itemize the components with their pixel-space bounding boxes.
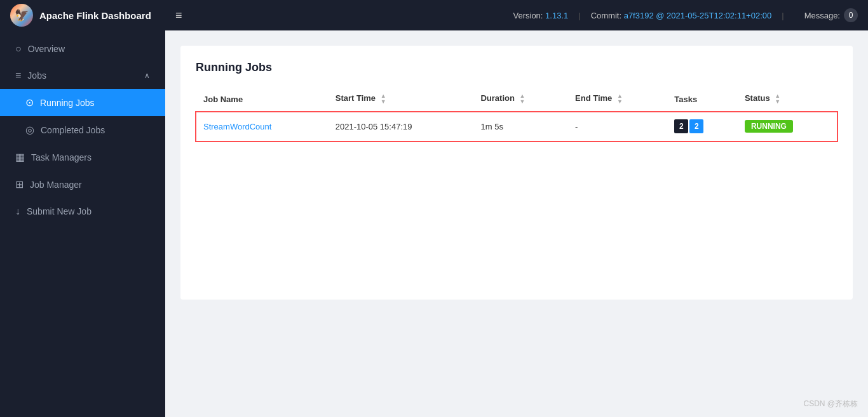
sep2: | (782, 11, 783, 20)
topbar-right: Version: 1.13.1 | Commit: a7f3192 @ 2021… (195, 8, 858, 22)
brand-name: Apache Flink Dashboard (39, 10, 151, 21)
cell-tasks: 2 2 (667, 112, 737, 142)
sidebar-item-label: Completed Jobs (41, 125, 150, 135)
message-badge[interactable]: 0 (844, 8, 858, 22)
job-manager-icon: ⊞ (15, 178, 24, 190)
layout: ○ Overview ≡ Jobs ∧ ⊙ Running Jobs ◎ Com… (0, 30, 868, 417)
completed-jobs-icon: ◎ (25, 124, 34, 136)
sidebar: ○ Overview ≡ Jobs ∧ ⊙ Running Jobs ◎ Com… (0, 30, 165, 417)
col-tasks: Tasks (667, 87, 737, 112)
sidebar-item-job-manager[interactable]: ⊞ Job Manager (0, 171, 165, 198)
brand: 🦅 Apache Flink Dashboard (10, 4, 175, 27)
sidebar-item-task-managers[interactable]: ▦ Task Managers (0, 143, 165, 171)
jobs-submenu: ⊙ Running Jobs ◎ Completed Jobs (0, 89, 165, 143)
hamburger-button[interactable]: ≡ (175, 9, 182, 22)
status-badge: RUNNING (745, 120, 793, 133)
col-end-time[interactable]: End Time ▲▼ (567, 87, 667, 112)
col-status[interactable]: Status ▲▼ (737, 87, 837, 112)
jobs-chevron-icon: ∧ (144, 71, 150, 80)
sidebar-item-label: Job Manager (30, 180, 150, 190)
jobs-table: Job Name Start Time ▲▼ Duration ▲▼ End T… (196, 87, 837, 142)
col-duration[interactable]: Duration ▲▼ (473, 87, 567, 112)
sidebar-item-running-jobs[interactable]: ⊙ Running Jobs (0, 89, 165, 116)
sort-start-time-icon: ▲▼ (381, 93, 386, 105)
cell-job-name: StreamWordCount (196, 112, 328, 142)
sidebar-item-label: Overview (28, 44, 150, 54)
table-header: Job Name Start Time ▲▼ Duration ▲▼ End T… (196, 87, 837, 112)
sidebar-item-label: Submit New Job (27, 206, 150, 216)
submit-job-icon: ↓ (15, 206, 20, 217)
table-row: StreamWordCount 2021-10-05 15:47:19 1m 5… (196, 112, 837, 142)
page-title: Running Jobs (196, 61, 837, 74)
sidebar-item-completed-jobs[interactable]: ◎ Completed Jobs (0, 116, 165, 143)
task-managers-icon: ▦ (15, 151, 25, 163)
tasks-cell: 2 2 (674, 119, 729, 133)
cell-status: RUNNING (737, 112, 837, 142)
commit-label: Commit: a7f3192 @ 2021-05-25T12:02:11+02… (591, 11, 772, 20)
cell-start-time: 2021-10-05 15:47:19 (328, 112, 473, 142)
overview-icon: ○ (15, 43, 22, 55)
tasks-running-badge: 2 (689, 119, 703, 133)
job-name-link[interactable]: StreamWordCount (203, 122, 271, 131)
cell-duration: 1m 5s (473, 112, 567, 142)
main-content: Running Jobs Job Name Start Time ▲▼ Dura… (165, 30, 868, 417)
sort-end-time-icon: ▲▼ (617, 93, 623, 105)
topbar: 🦅 Apache Flink Dashboard ≡ Version: 1.13… (0, 0, 868, 30)
sidebar-item-overview[interactable]: ○ Overview (0, 36, 165, 62)
col-job-name: Job Name (196, 87, 328, 112)
col-start-time[interactable]: Start Time ▲▼ (328, 87, 473, 112)
sidebar-item-jobs[interactable]: ≡ Jobs ∧ (0, 62, 165, 89)
version-label: Version: 1.13.1 (513, 11, 568, 20)
sep1: | (578, 11, 580, 20)
content-card: Running Jobs Job Name Start Time ▲▼ Dura… (180, 46, 853, 300)
brand-logo: 🦅 (10, 4, 33, 27)
cell-end-time: - (567, 112, 667, 142)
watermark: CSDN @齐栋栋 (803, 399, 858, 409)
sidebar-item-label: Jobs (27, 70, 138, 81)
tasks-total-badge: 2 (674, 119, 688, 133)
jobs-icon: ≡ (15, 70, 21, 81)
sidebar-item-label: Running Jobs (40, 98, 150, 108)
message-label: Message: (804, 11, 840, 20)
sort-duration-icon: ▲▼ (520, 93, 526, 105)
table-body: StreamWordCount 2021-10-05 15:47:19 1m 5… (196, 112, 837, 142)
sort-status-icon: ▲▼ (775, 93, 780, 105)
sidebar-item-label: Task Managers (31, 152, 150, 162)
running-jobs-icon: ⊙ (25, 96, 34, 109)
sidebar-item-submit-new-job[interactable]: ↓ Submit New Job (0, 198, 165, 225)
